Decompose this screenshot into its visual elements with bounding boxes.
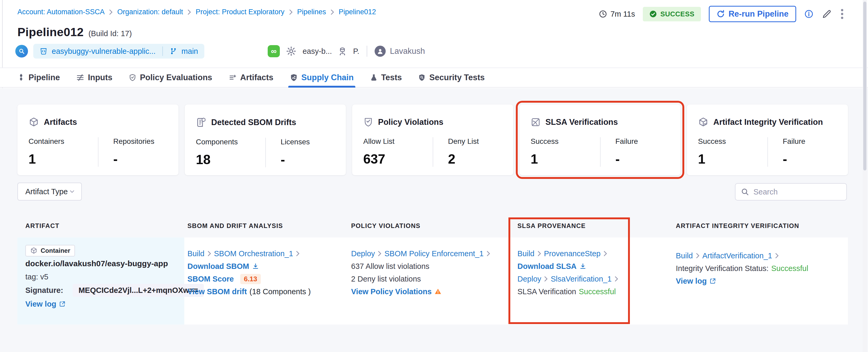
scrollbar-thumb[interactable]	[863, 2, 866, 170]
stat-value: 637	[363, 152, 433, 167]
view-log-link[interactable]: View log	[676, 277, 707, 286]
slsa-step1-link[interactable]: ProvenanceStep	[544, 249, 600, 258]
sbom-score-label[interactable]: SBOM Score	[187, 275, 234, 283]
tab-pipeline[interactable]: Pipeline	[18, 68, 60, 87]
stat-label: Success	[531, 137, 600, 146]
info-button[interactable]	[804, 9, 814, 19]
download-slsa-link[interactable]: Download SLSA	[518, 262, 577, 271]
card-title-text: Detected SBOM Drifts	[211, 118, 296, 127]
stat-value: 2	[448, 152, 502, 167]
search-input[interactable]	[753, 188, 841, 196]
chevron-right-icon	[187, 9, 191, 15]
stat-label: Repositories	[113, 137, 167, 146]
search-box	[735, 183, 847, 200]
duration: 7m 11s	[599, 10, 635, 19]
integrity-status-value: Successful	[771, 264, 808, 273]
policy-stage-link[interactable]: Deploy	[351, 249, 375, 258]
download-icon	[579, 262, 587, 270]
card-title-text: Artifacts	[44, 118, 77, 127]
chevron-right-icon	[207, 251, 212, 256]
chevron-right-icon	[614, 276, 619, 282]
stat-label: Deny List	[448, 137, 502, 146]
shield-check-icon	[129, 73, 136, 82]
breadcrumb-account[interactable]: Account: Automation-SSCA	[18, 8, 104, 16]
branch-name[interactable]: main	[181, 47, 198, 56]
card-artifacts: Artifacts Containers 1 Repositories -	[18, 104, 179, 175]
chevron-right-icon	[537, 251, 541, 256]
stat-label: Licenses	[281, 138, 335, 146]
breadcrumb-pipeline012[interactable]: Pipeline012	[339, 8, 376, 16]
artifact-type-select[interactable]: Artifact Type	[18, 183, 82, 200]
chevron-right-icon	[109, 9, 113, 15]
edit-button[interactable]	[822, 9, 832, 19]
git-branch-icon	[170, 47, 177, 55]
kebab-menu-icon	[840, 8, 844, 20]
list-plus-icon	[228, 74, 237, 82]
pipeline-icon	[18, 73, 25, 82]
col-slsa: SLSA PROVENANCE	[518, 222, 586, 230]
more-options-button[interactable]	[840, 8, 844, 20]
vertical-scrollbar[interactable]	[863, 0, 867, 352]
info-icon	[804, 9, 814, 19]
slsa-status-value: Successful	[579, 287, 616, 296]
container-type-label: Container	[41, 247, 70, 254]
stat-label: Allow List	[363, 137, 433, 146]
breadcrumb-organization[interactable]: Organization: default	[117, 8, 183, 16]
sbom-score-badge: 6.13	[240, 274, 261, 284]
allow-list-violations: 637 Allow list violations	[351, 262, 430, 271]
cube-icon	[30, 247, 37, 254]
tab-supply-chain[interactable]: Supply Chain	[290, 68, 354, 87]
chevron-right-icon	[544, 276, 548, 282]
stat-value: 18	[196, 152, 265, 167]
integrity-step-link[interactable]: ArtifactVerification_1	[703, 252, 772, 260]
breadcrumb-pipelines[interactable]: Pipelines	[297, 8, 326, 16]
container-type-badge: Container	[25, 245, 75, 256]
user-group: Lavakush	[367, 46, 425, 57]
slsa-stage2-link[interactable]: Deploy	[518, 275, 541, 283]
slsa-step2-link[interactable]: SlsaVerification_1	[551, 275, 612, 283]
sbom-stage-link[interactable]: Build	[187, 249, 205, 258]
breadcrumb-project[interactable]: Project: Product Exploratory	[196, 8, 284, 16]
download-sbom-link[interactable]: Download SBOM	[187, 262, 249, 271]
header-actions: 7m 11s SUCCESS Re-run Pipeline	[599, 6, 844, 22]
page-title: Pipeline012	[18, 25, 84, 39]
chevron-right-icon	[486, 251, 491, 256]
trigger-short: P.	[353, 47, 359, 56]
slsa-stage1-link[interactable]: Build	[518, 249, 534, 258]
integrity-status-label: Integrity Verification Status:	[676, 264, 769, 273]
shield-check-icon	[363, 117, 373, 128]
slsa-icon	[531, 117, 541, 128]
policy-step-link[interactable]: SBOM Policy Enforcement_1	[384, 249, 484, 258]
deny-list-violations: 2 Deny list violations	[351, 275, 421, 283]
tab-inputs[interactable]: Inputs	[76, 68, 113, 87]
harness-ci-icon: ∞	[268, 45, 280, 57]
cube-icon	[698, 117, 709, 128]
summary-cards: Artifacts Containers 1 Repositories -	[18, 104, 848, 175]
tab-security-tests[interactable]: Security Tests	[418, 68, 485, 87]
view-sbom-drift-link[interactable]: View SBOM drift	[187, 287, 247, 296]
check-circle-icon	[649, 10, 657, 18]
view-policy-violations-link[interactable]: View Policy Violations	[351, 287, 432, 296]
card-slsa-verifications: SLSA Verifications Success 1 Failure -	[520, 104, 681, 175]
tab-artifacts[interactable]: Artifacts	[228, 68, 274, 87]
rerun-pipeline-button[interactable]: Re-run Pipeline	[709, 6, 796, 22]
flask-icon	[370, 73, 377, 82]
repo-pill[interactable]: easybuggy-vulnerable-applic... main	[33, 44, 204, 59]
integrity-stage-link[interactable]: Build	[676, 252, 693, 260]
chevron-right-icon	[377, 251, 382, 256]
repo-name[interactable]: easybuggy-vulnerable-applic...	[52, 47, 155, 56]
stat-value: -	[783, 152, 837, 167]
avatar	[375, 46, 386, 57]
stat-value: 1	[29, 152, 98, 167]
sbom-step-link[interactable]: SBOM Orchestration_1	[214, 249, 293, 258]
stat-label: Components	[196, 138, 265, 146]
table-row: Container docker.io/lavakush07/easy-bugg…	[18, 237, 848, 325]
tab-tests[interactable]: Tests	[370, 68, 402, 87]
cube-icon	[29, 117, 39, 128]
tab-policy-evaluations[interactable]: Policy Evaluations	[129, 68, 212, 87]
view-log-link[interactable]: View log	[25, 300, 56, 309]
stat-value: -	[615, 152, 670, 167]
card-artifact-integrity: Artifact Integrity Verification Success …	[687, 104, 848, 175]
download-icon	[252, 262, 259, 270]
trigger-text: easy-b...	[303, 47, 332, 56]
